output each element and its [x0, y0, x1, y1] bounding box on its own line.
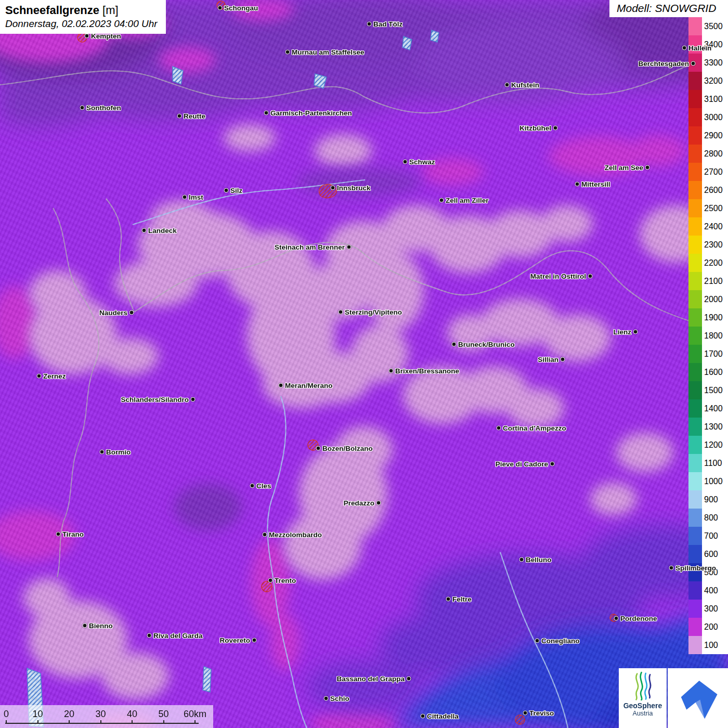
city-label: Silz	[230, 187, 242, 194]
city-label: Reutte	[184, 112, 205, 120]
city-label: Mezzolombardo	[269, 531, 322, 539]
city-label: Sillian	[538, 356, 558, 363]
scale-tick-label: 10	[32, 709, 43, 720]
city-label: Belluno	[526, 556, 552, 564]
city-label: Cles	[256, 482, 271, 490]
city-dot	[523, 711, 528, 716]
city-layer: SchongauBad TölzKemptenMurnau am Staffel…	[0, 0, 728, 728]
city-label: Conegliano	[541, 637, 580, 645]
city-label: Murnau am Staffelsee	[292, 48, 365, 56]
city-label: Schio	[330, 695, 349, 703]
map-title: Schneefallgrenze	[5, 4, 99, 17]
city-label: Predazzo	[344, 499, 374, 507]
city-dot	[100, 450, 105, 454]
city-dot	[535, 639, 540, 643]
city-label: Cortina d'Ampezzo	[503, 424, 566, 432]
city-dot	[505, 83, 510, 87]
scale-tick-label: 50	[158, 709, 168, 720]
city-label: Treviso	[529, 709, 554, 717]
scale-line	[5, 723, 199, 724]
city-dot	[407, 677, 411, 681]
city-label: Bozen/Bolzano	[322, 445, 373, 452]
city-dot	[316, 446, 321, 451]
geosphere-logo: GeoSphere Austria	[619, 668, 667, 728]
city-label: Trento	[275, 577, 296, 584]
weather-map-stage: SchongauBad TölzKemptenMurnau am Staffel…	[0, 0, 728, 728]
city-label: Sterzing/Vipiteno	[345, 308, 402, 316]
city-dot	[376, 501, 381, 505]
city-dot	[183, 195, 187, 200]
city-dot	[80, 106, 85, 110]
city-dot	[250, 484, 255, 488]
city-label: Bienno	[89, 622, 113, 630]
city-dot	[669, 566, 674, 570]
city-dot	[519, 557, 524, 562]
city-dot	[691, 61, 696, 66]
city-dot	[645, 165, 650, 170]
city-dot	[279, 383, 283, 388]
map-datetime: Donnerstag, 02.02.2023 04:00 Uhr	[5, 18, 158, 30]
city-dot	[446, 597, 451, 602]
city-dot	[633, 330, 638, 334]
city-label: Schwaz	[409, 158, 435, 166]
city-dot	[252, 638, 257, 643]
scale-tick-mark	[69, 720, 70, 724]
city-label: Zernez	[43, 372, 66, 380]
city-dot	[367, 22, 372, 27]
partner-logo-box	[668, 668, 728, 728]
city-label: Bassano del Grappa	[336, 675, 405, 683]
city-label: Berchtesgaden	[638, 60, 689, 68]
city-label: Pieve di Cadore	[496, 460, 548, 468]
city-label: Rovereto	[219, 636, 250, 644]
city-dot	[129, 310, 134, 315]
city-dot	[389, 369, 394, 373]
geosphere-name: GeoSphere	[623, 701, 662, 710]
scale-tick-label: 0	[4, 709, 9, 720]
city-dot	[588, 274, 593, 279]
city-dot	[191, 397, 196, 402]
model-box: Modell: SNOWGRID	[609, 0, 728, 17]
scale-bar: 0102030405060km	[0, 705, 213, 728]
city-dot	[347, 245, 352, 250]
scale-tick-mark	[163, 720, 164, 724]
city-label: Imst	[189, 193, 203, 201]
city-label: Nauders	[99, 309, 127, 317]
city-dot	[550, 462, 555, 466]
city-dot	[439, 198, 444, 203]
city-dot	[263, 532, 267, 537]
scale-tick-mark	[194, 720, 196, 724]
city-label: Spilimbergo	[675, 564, 716, 572]
model-label: Modell: SNOWGRID	[617, 2, 716, 14]
city-label: Sonthofen	[86, 104, 121, 112]
city-dot	[268, 578, 273, 583]
city-label: Cittadella	[427, 712, 459, 720]
city-label: Lienz	[613, 328, 631, 336]
city-label: Bormio	[106, 448, 131, 456]
city-dot	[142, 228, 147, 233]
city-label: Tirano	[62, 530, 84, 538]
city-label: Feltre	[452, 595, 472, 603]
city-dot	[561, 357, 565, 362]
city-dot	[147, 633, 152, 638]
scale-tick-mark	[37, 720, 38, 724]
city-label: Steinach am Brenner	[275, 243, 345, 251]
city-label: Kufstein	[511, 81, 539, 89]
city-label: Mittersill	[581, 180, 610, 188]
city-dot	[83, 623, 87, 628]
city-label: Kitzbühel	[519, 124, 551, 132]
scale-tick-mark	[6, 720, 7, 724]
city-dot	[177, 114, 182, 119]
city-label: Schongau	[224, 4, 258, 12]
scale-tick-label: 60km	[184, 709, 206, 720]
city-label: Meran/Merano	[285, 382, 333, 389]
city-dot	[339, 310, 343, 315]
city-dot	[403, 160, 408, 164]
city-label: Brixen/Bressanone	[395, 367, 459, 375]
city-label: Bruneck/Brunico	[458, 341, 515, 348]
scale-tick-mark	[100, 720, 101, 724]
city-label: Zell am See	[605, 164, 643, 172]
city-label: Garmisch-Partenkirchen	[270, 109, 352, 117]
city-dot	[264, 111, 269, 115]
geosphere-country: Austria	[633, 710, 653, 717]
city-dot	[85, 34, 89, 38]
